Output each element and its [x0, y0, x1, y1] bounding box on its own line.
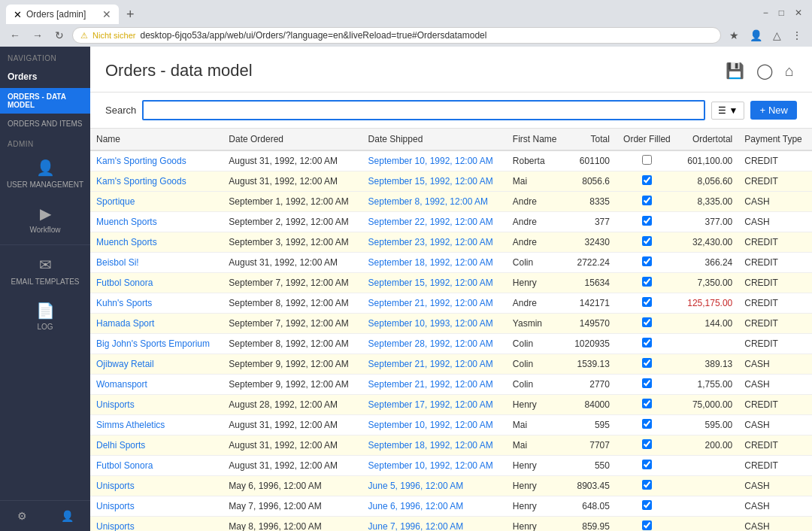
row-order-filled[interactable]	[616, 293, 678, 314]
row-order-filled[interactable]	[616, 273, 678, 293]
search-options-button[interactable]: ☰ ▼	[711, 102, 745, 120]
row-name[interactable]: Unisports	[90, 395, 223, 415]
row-name[interactable]: Simms Atheletics	[90, 415, 223, 435]
row-order-filled[interactable]	[616, 496, 678, 517]
row-name[interactable]: Unisports	[90, 476, 223, 496]
row-order-filled[interactable]	[616, 150, 678, 171]
new-tab-button[interactable]: +	[122, 5, 139, 24]
clock-button[interactable]: ◯	[753, 59, 776, 83]
row-total: 601100	[566, 150, 616, 171]
row-ordertotal: 595.00	[678, 415, 738, 435]
bookmark-button[interactable]: ★	[726, 28, 743, 43]
row-total: 2722.24	[566, 253, 616, 273]
user-button[interactable]: 👤	[58, 507, 77, 525]
new-record-button[interactable]: + New	[750, 101, 797, 120]
sidebar-item-log[interactable]: 📄 LOG	[0, 294, 90, 338]
row-order-filled[interactable]	[616, 212, 678, 232]
sidebar-item-user-management[interactable]: 👤 USER MANAGEMENT	[0, 151, 90, 197]
row-name[interactable]: Delhi Sports	[90, 435, 223, 456]
col-header-date-ordered[interactable]: Date Ordered	[223, 129, 362, 150]
row-first-name: Mai	[507, 435, 566, 456]
table-row: WomansportSeptember 9, 1992, 12:00 AMSep…	[90, 375, 812, 395]
sidebar-item-orders-data-model[interactable]: ORDERS - DATA MODEL	[0, 88, 90, 114]
forward-button[interactable]: →	[29, 28, 47, 43]
row-name[interactable]: Ojibway Retail	[90, 354, 223, 375]
security-icon: ⚠	[80, 31, 88, 41]
row-date-ordered: May 8, 1996, 12:00 AM	[223, 517, 362, 532]
sidebar-item-orders[interactable]: Orders	[0, 65, 90, 88]
row-name[interactable]: Muench Sports	[90, 232, 223, 253]
row-order-filled[interactable]	[616, 253, 678, 273]
profile-button[interactable]: 👤	[746, 28, 766, 43]
row-name[interactable]: Muench Sports	[90, 212, 223, 232]
col-header-total[interactable]: Total	[566, 129, 616, 150]
row-order-filled[interactable]	[616, 334, 678, 354]
row-name[interactable]: Futbol Sonora	[90, 273, 223, 293]
row-order-filled[interactable]	[616, 395, 678, 415]
row-total: 8056.6	[566, 171, 616, 192]
row-name[interactable]: Unisports	[90, 496, 223, 517]
extensions-button[interactable]: △	[769, 28, 785, 43]
main-content: Orders - data model 💾 ◯ ⌂ Search ☰ ▼ + N…	[90, 47, 812, 531]
row-payment-type: CREDIT	[738, 435, 812, 456]
tab-close-button[interactable]: ✕	[102, 8, 111, 20]
sidebar-item-orders-and-items[interactable]: ORDERS AND ITEMS	[0, 114, 90, 134]
row-name[interactable]: Big John's Sports Emporium	[90, 334, 223, 354]
new-button-label: New	[768, 105, 788, 116]
col-header-ordertotal[interactable]: Ordertotal	[678, 129, 738, 150]
row-order-filled[interactable]	[616, 375, 678, 395]
row-name[interactable]: Kuhn's Sports	[90, 293, 223, 314]
row-name[interactable]: Unisports	[90, 517, 223, 532]
close-window-button[interactable]: ✕	[791, 6, 806, 20]
row-first-name: Andre	[507, 212, 566, 232]
row-order-filled[interactable]	[616, 192, 678, 212]
row-total: 8335	[566, 192, 616, 212]
row-order-filled[interactable]	[616, 314, 678, 334]
col-header-first-name[interactable]: First Name	[507, 129, 566, 150]
row-name[interactable]: Womansport	[90, 375, 223, 395]
row-first-name: Colin	[507, 375, 566, 395]
row-date-ordered: September 9, 1992, 12:00 AM	[223, 375, 362, 395]
maximize-button[interactable]: □	[775, 6, 788, 20]
sidebar-item-email-templates[interactable]: ✉ EMAIL TEMPLATES	[0, 248, 90, 294]
url-bar[interactable]: ⚠ Nicht sicher desktop-6jqo53a/app/web/u…	[72, 27, 721, 44]
row-date-ordered: May 6, 1996, 12:00 AM	[223, 476, 362, 496]
row-order-filled[interactable]	[616, 354, 678, 375]
col-header-name[interactable]: Name	[90, 129, 223, 150]
row-order-filled[interactable]	[616, 456, 678, 476]
row-order-filled[interactable]	[616, 435, 678, 456]
row-order-filled[interactable]	[616, 517, 678, 532]
header-actions: 💾 ◯ ⌂	[723, 59, 797, 83]
menu-button[interactable]: ⋮	[788, 28, 806, 43]
user-icon: 👤	[36, 159, 55, 177]
reload-button[interactable]: ↻	[51, 28, 68, 43]
row-payment-type: CREDIT	[738, 150, 812, 171]
row-ordertotal: 125,175.00	[678, 293, 738, 314]
row-name[interactable]: Kam's Sporting Goods	[90, 150, 223, 171]
row-name[interactable]: Sportique	[90, 192, 223, 212]
row-date-ordered: September 3, 1992, 12:00 AM	[223, 232, 362, 253]
home-button[interactable]: ⌂	[782, 59, 797, 83]
sidebar-item-workflow[interactable]: ▶ Workflow	[0, 197, 90, 241]
active-tab[interactable]: ✕ Orders [admin] ✕	[6, 5, 119, 24]
row-name[interactable]: Hamada Sport	[90, 314, 223, 334]
settings-button[interactable]: ⚙	[14, 507, 30, 525]
table-row: Futbol SonoraSeptember 7, 1992, 12:00 AM…	[90, 273, 812, 293]
row-order-filled[interactable]	[616, 476, 678, 496]
row-name[interactable]: Beisbol Si!	[90, 253, 223, 273]
back-button[interactable]: ←	[6, 28, 24, 43]
row-order-filled[interactable]	[616, 171, 678, 192]
tab-title: Orders [admin]	[26, 9, 98, 20]
minimize-button[interactable]: −	[759, 6, 772, 20]
row-order-filled[interactable]	[616, 415, 678, 435]
row-order-filled[interactable]	[616, 232, 678, 253]
table-row: UnisportsMay 8, 1996, 12:00 AMJune 7, 19…	[90, 517, 812, 532]
search-input[interactable]	[142, 100, 704, 120]
col-header-order-filled[interactable]: Order Filled	[616, 129, 678, 150]
row-name[interactable]: Futbol Sonora	[90, 456, 223, 476]
tab-icon: ✕	[14, 9, 22, 20]
row-name[interactable]: Kam's Sporting Goods	[90, 171, 223, 192]
col-header-date-shipped[interactable]: Date Shipped	[362, 129, 507, 150]
col-header-payment-type[interactable]: Payment Type	[738, 129, 812, 150]
save-button[interactable]: 💾	[723, 59, 747, 83]
